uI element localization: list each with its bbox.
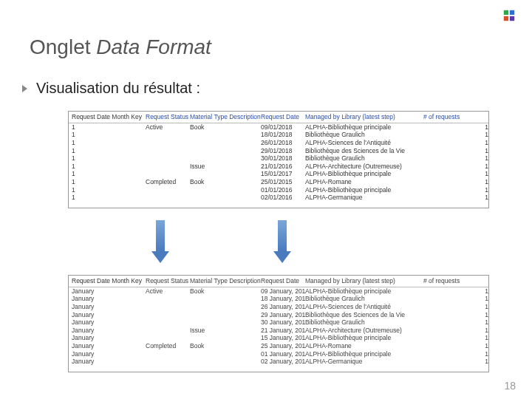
- table-cell: [190, 303, 261, 311]
- table-cell: 1: [423, 186, 493, 194]
- table-cell: ALPHA-Bibliothèque principale: [305, 287, 423, 296]
- table-cell: [146, 194, 190, 202]
- table-cell: 21 January, 2016: [261, 327, 305, 335]
- table-cell: January: [72, 327, 146, 335]
- table-cell: [146, 350, 190, 358]
- table-cell: [146, 327, 190, 335]
- table-cell: January: [72, 287, 146, 296]
- table-cell: 1: [423, 194, 493, 202]
- table-cell: [146, 154, 190, 163]
- table-cell: 01 January, 2016: [261, 350, 305, 358]
- table-cell: 18 January, 2018: [261, 295, 305, 303]
- table-cell: Book: [190, 178, 261, 186]
- col-header: Managed by Library (latest step): [305, 113, 423, 121]
- table-cell: 1: [423, 311, 493, 319]
- table-cell: Active: [146, 123, 190, 132]
- table-cell: 1: [423, 163, 493, 171]
- table-cell: [146, 334, 190, 342]
- table-cell: January: [72, 334, 146, 342]
- col-header: Material Type Description: [190, 277, 261, 285]
- table-row: January29 January, 2018Bibliothèque des …: [69, 311, 488, 319]
- table-cell: 15/01/2017: [261, 170, 305, 178]
- down-arrow-icon: [273, 220, 291, 265]
- table-cell: [190, 350, 261, 358]
- table-cell: 30/01/2018: [261, 154, 305, 163]
- slide-title: Onglet Data Format: [30, 35, 211, 59]
- table-row: JanuaryActiveBook09 January, 2018ALPHA-B…: [69, 287, 488, 296]
- table-cell: [146, 139, 190, 147]
- table-cell: 1: [423, 139, 493, 147]
- table-cell: 1: [72, 186, 146, 194]
- table-cell: 02/01/2016: [261, 194, 305, 202]
- table-cell: 1: [423, 123, 493, 132]
- table-cell: January: [72, 350, 146, 358]
- table-cell: Book: [190, 287, 261, 296]
- table-cell: 30 January, 2018: [261, 318, 305, 327]
- table-cell: 26 January, 2018: [261, 303, 305, 311]
- table-cell: ALPHA-Bibliothèque principale: [305, 186, 423, 194]
- col-header: # of requests: [423, 277, 493, 285]
- table-cell: ALPHA-Architecture (Outremeuse): [305, 327, 423, 335]
- col-header: # of requests: [423, 113, 493, 121]
- table-row: January02 January, 2016ALPHA-Germanique1: [69, 358, 488, 366]
- table-cell: 02 January, 2016: [261, 358, 305, 366]
- table-cell: [146, 318, 190, 327]
- table-cell: 21/01/2016: [261, 163, 305, 171]
- table-cell: Completed: [146, 178, 190, 186]
- table-cell: ALPHA-Romane: [305, 342, 423, 350]
- bullet-text: Visualisation du résultat :: [36, 80, 200, 97]
- table-cell: January: [72, 318, 146, 327]
- table-cell: Active: [146, 287, 190, 296]
- table-cell: 1: [423, 131, 493, 139]
- col-header: Request Date: [261, 113, 305, 121]
- col-header: Managed by Library (latest step): [305, 277, 423, 285]
- table-cell: 1: [72, 131, 146, 139]
- table-cell: [146, 311, 190, 319]
- table-cell: [190, 334, 261, 342]
- table-cell: ALPHA-Germanique: [305, 358, 423, 366]
- title-emphasis: Data Format: [96, 35, 211, 58]
- table-row: 1ActiveBook09/01/2018ALPHA-Bibliothèque …: [69, 123, 488, 132]
- table-cell: [190, 194, 261, 202]
- table-cell: [190, 139, 261, 147]
- table-row: January30 January, 2018Bibliothèque Grau…: [69, 318, 488, 327]
- table-cell: 1: [72, 139, 146, 147]
- table-cell: ALPHA-Bibliothèque principale: [305, 123, 423, 132]
- table-cell: [146, 147, 190, 155]
- table-cell: 29/01/2018: [261, 147, 305, 155]
- table-cell: 25/01/2015: [261, 178, 305, 186]
- table-cell: Bibliothèque Graulich: [305, 131, 423, 139]
- table-row: January15 January, 2017ALPHA-Bibliothèqu…: [69, 334, 488, 342]
- table-cell: 18/01/2018: [261, 131, 305, 139]
- svg-rect-3: [510, 16, 514, 21]
- svg-rect-2: [504, 16, 508, 21]
- table-cell: Bibliothèque Graulich: [305, 295, 423, 303]
- table-row: January26 January, 2018ALPHA-Sciences de…: [69, 303, 488, 311]
- table-cell: 1: [72, 123, 146, 132]
- table-cell: January: [72, 358, 146, 366]
- table-cell: Book: [190, 123, 261, 132]
- table-cell: [190, 295, 261, 303]
- table-cell: ALPHA-Bibliothèque principale: [305, 350, 423, 358]
- table-row: January18 January, 2018Bibliothèque Grau…: [69, 295, 488, 303]
- table-cell: [190, 311, 261, 319]
- table-cell: [146, 358, 190, 366]
- svg-rect-0: [504, 10, 508, 15]
- table-cell: 29 January, 2018: [261, 311, 305, 319]
- table-cell: January: [72, 295, 146, 303]
- table-row: January01 January, 2016ALPHA-Bibliothèqu…: [69, 350, 488, 358]
- table-cell: 01/01/2016: [261, 186, 305, 194]
- table-cell: January: [72, 342, 146, 350]
- table-cell: 1: [72, 178, 146, 186]
- table-cell: ALPHA-Bibliothèque principale: [305, 334, 423, 342]
- table-cell: [146, 170, 190, 178]
- col-header: Material Type Description: [190, 113, 261, 121]
- table-cell: 15 January, 2017: [261, 334, 305, 342]
- table-cell: ALPHA-Sciences de l'Antiquité: [305, 139, 423, 147]
- table-cell: Completed: [146, 342, 190, 350]
- table-cell: 1: [423, 350, 493, 358]
- table-cell: 09/01/2018: [261, 123, 305, 132]
- down-arrow-icon: [151, 220, 169, 265]
- col-header: Request Date Month Key: [72, 277, 146, 285]
- table-cell: ALPHA-Romane: [305, 178, 423, 186]
